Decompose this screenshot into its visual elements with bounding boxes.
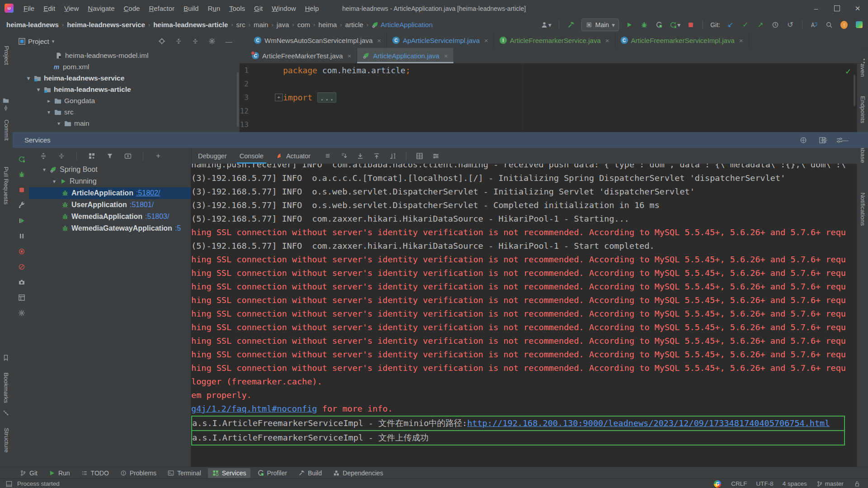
gear-button[interactable] — [17, 307, 26, 319]
stop-button[interactable] — [17, 184, 26, 196]
breadcrumb-item-main[interactable]: main — [254, 21, 269, 28]
lock-button[interactable] — [853, 478, 862, 488]
stop-circle-button[interactable] — [17, 246, 26, 257]
minimize-icon[interactable]: – — [806, 0, 826, 17]
git-commit-button[interactable]: ✓ — [741, 19, 750, 31]
tab-articleapplication.java[interactable]: ArticleApplication.java× — [357, 48, 454, 63]
rerun-button[interactable]: ▾ — [670, 19, 680, 31]
service-port-link[interactable]: :51801/ — [130, 201, 154, 209]
git-update-button[interactable]: ↙ — [726, 19, 735, 31]
tree-item-main[interactable]: ▾main — [13, 118, 240, 129]
toolwindow-button-services[interactable]: Services — [208, 468, 250, 478]
project-scrollbar[interactable] — [237, 72, 239, 127]
editor[interactable]: 1package com.heima.article;23+import ...… — [240, 63, 857, 132]
tab-articlefreemarkerserviceimpl.java[interactable]: CArticleFreemarkerServiceImpl.java× — [615, 33, 749, 48]
hide-button[interactable]: — — [224, 35, 233, 47]
tab-wmnewsautoscanserviceimpl.java[interactable]: CWmNewsAutoScanServiceImpl.java× — [249, 33, 387, 48]
tab-articlefreemarkertest.java[interactable]: CArticleFreeMarkerTest.java× — [246, 48, 357, 63]
menu-item-navigate[interactable]: Navigate — [83, 3, 119, 14]
status-branch[interactable]: master — [816, 480, 844, 488]
fold-icon[interactable]: + — [275, 94, 283, 101]
console-tab-actuator[interactable]: Actuator — [270, 148, 317, 164]
history-button[interactable] — [771, 19, 780, 31]
add-button[interactable]: + — [154, 150, 163, 162]
tree-item-heima-leadnews-service[interactable]: ▾heima-leadnews-service — [13, 72, 240, 84]
scroll-down-button[interactable] — [340, 150, 349, 162]
rollback-button[interactable]: ↺ — [786, 19, 795, 31]
close-icon[interactable]: ✕ — [847, 0, 868, 17]
plugin-button[interactable] — [854, 19, 863, 31]
menu-item-view[interactable]: View — [60, 3, 83, 14]
close-tab-icon[interactable]: × — [484, 37, 488, 44]
layout-button[interactable] — [17, 292, 26, 303]
tree-item-gongdata[interactable]: ▸Gongdata — [13, 95, 240, 106]
service-port-link[interactable]: :5 — [175, 224, 181, 232]
float-mode-button[interactable] — [799, 134, 808, 146]
service-item-wemediaapplication[interactable]: WemediaApplication:51803/ — [29, 211, 191, 223]
sidebar-item-pull-requests[interactable]: Pull Requests — [0, 158, 13, 213]
service-port-link[interactable]: :51802/ — [136, 189, 160, 197]
pause-button[interactable] — [17, 230, 26, 242]
close-tab-icon[interactable]: × — [377, 37, 381, 44]
locate-button[interactable] — [157, 35, 166, 47]
profiler-button[interactable] — [655, 19, 664, 31]
status-encoding[interactable]: UTF-8 — [756, 480, 773, 487]
service-item-spring boot[interactable]: ▾Spring Boot — [29, 164, 191, 175]
breadcrumb-item-heima[interactable]: heima — [318, 21, 337, 28]
toolwindow-button-dependencies[interactable]: Dependencies — [329, 468, 387, 478]
g-plugin-button[interactable]: G — [713, 478, 722, 488]
console-link[interactable]: g4j/1.2/faq.html#noconfig — [191, 404, 317, 413]
sidebar-item-structure[interactable]: Structure — [0, 421, 13, 460]
menu-item-git[interactable]: Git — [250, 3, 267, 14]
sidebar-item-commit[interactable]: Commit — [0, 115, 13, 145]
git-push-button[interactable]: ↗ — [756, 19, 765, 31]
sidebar-item-notifications[interactable]: Notifications — [857, 183, 868, 235]
toolwindow-button-terminal[interactable]: Terminal — [163, 468, 205, 478]
tree-item-heima-leadnews-article[interactable]: ▾heima-leadnews-article — [13, 84, 240, 95]
settings-button[interactable] — [835, 134, 844, 146]
structure-icon[interactable] — [3, 410, 9, 416]
layout-icon[interactable] — [5, 480, 13, 488]
chevron-down-icon[interactable]: ▾ — [26, 75, 31, 81]
chevron-down-icon[interactable]: ▾ — [52, 178, 57, 185]
tree-item-heima-leadnews-model.iml[interactable]: heima-leadnews-model.iml — [13, 50, 240, 61]
toolwindow-button-todo[interactable]: TODO — [77, 468, 113, 478]
menu-item-refactor[interactable]: Refactor — [144, 3, 179, 14]
breadcrumb-item-articleapplication[interactable]: ArticleApplication — [372, 21, 433, 28]
toolwindow-button-git[interactable]: Git — [15, 468, 42, 478]
soft-menu-button[interactable]: ≡ — [323, 150, 332, 162]
toolwindow-button-problems[interactable]: Problems — [116, 468, 160, 478]
tab-articlefreemarkerservice.java[interactable]: IArticleFreemarkerService.java× — [494, 33, 615, 48]
console[interactable]: naming.push.receiver] INFO com.alibaba.n… — [191, 164, 857, 467]
close-tab-icon[interactable]: × — [739, 37, 743, 44]
folder-icon[interactable] — [3, 97, 9, 104]
breadcrumb-item-com[interactable]: com — [297, 21, 310, 28]
search-button[interactable] — [825, 19, 834, 31]
chevron-down-icon[interactable]: ▾ — [42, 166, 47, 173]
grid-button[interactable] — [415, 150, 424, 162]
run-config-selector[interactable]: Main▾ — [581, 19, 619, 31]
mute-breakpoints-button[interactable] — [17, 261, 26, 273]
debug-button[interactable] — [17, 169, 26, 180]
expand-collapse-button[interactable] — [191, 35, 200, 47]
breadcrumb-item-src[interactable]: src — [236, 21, 245, 28]
service-item-articleapplication[interactable]: ArticleApplication:51802/ — [29, 187, 191, 199]
chevron-right-icon[interactable]: ▸ — [46, 98, 52, 104]
menu-item-code[interactable]: Code — [119, 3, 145, 14]
chevron-down-icon[interactable]: ▾ — [56, 120, 61, 127]
filter-button[interactable] — [105, 150, 114, 162]
run-button[interactable] — [625, 19, 634, 31]
menu-item-run[interactable]: Run — [203, 3, 225, 14]
bookmark-icon[interactable] — [3, 355, 9, 361]
toolwindow-button-run[interactable]: Run — [44, 468, 74, 478]
status-indent[interactable]: 4 spaces — [783, 480, 807, 487]
collapse-all-button[interactable] — [57, 150, 66, 162]
breadcrumb-item-heima-leadnews-article[interactable]: heima-leadnews-article — [153, 21, 228, 28]
service-item-wemediagatewayapplication[interactable]: WemediaGatewayApplication:5 — [29, 223, 191, 234]
tab-aparticleserviceimpl.java[interactable]: CApArticleServiceImpl.java× — [387, 33, 494, 48]
console-tab-debugger[interactable]: Debugger — [192, 148, 233, 164]
resume-button[interactable] — [17, 215, 26, 227]
tree-item-pom.xml[interactable]: mpom.xml — [13, 61, 240, 72]
collapse-all-button[interactable] — [174, 35, 183, 47]
rerun-button[interactable] — [17, 153, 26, 165]
